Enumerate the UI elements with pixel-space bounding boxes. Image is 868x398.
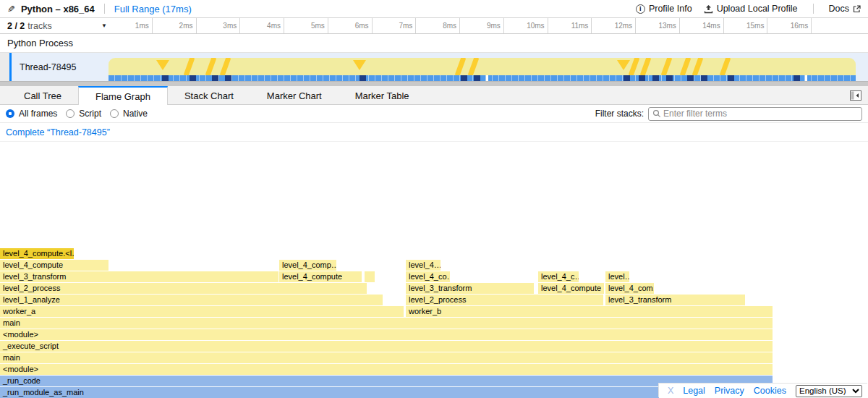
footer-link-x[interactable]: X [668, 386, 673, 396]
flame-block[interactable]: worker_a [0, 306, 404, 317]
full-range-button[interactable]: Full Range (17ms) [114, 4, 192, 14]
profile-title: Python – x86_64 [21, 4, 95, 14]
footer-link-privacy[interactable]: Privacy [715, 386, 744, 396]
sample-segment [687, 75, 694, 81]
flame-row: level_3_transformlevel_4_computelevel_4_… [0, 271, 773, 283]
filter-stacks: Filter stacks: [595, 107, 862, 121]
language-select[interactable]: English (US) [796, 385, 862, 397]
flame-block[interactable]: level_3_transform [605, 295, 746, 305]
tab-marker-table[interactable]: Marker Table [339, 86, 426, 104]
flame-block[interactable]: level_4… [406, 260, 441, 271]
flame-graph-canvas[interactable]: level_4_compute.<l…level_4_computelevel_… [0, 142, 868, 398]
sample-segment [190, 75, 196, 81]
triangle-marker-icon [617, 60, 630, 70]
sample-segment [225, 75, 231, 81]
process-track-label: Python Process [7, 38, 73, 48]
sample-segment [728, 75, 734, 81]
flame-block[interactable]: level… [605, 271, 630, 282]
thread-sample-strip[interactable] [109, 75, 856, 81]
tab-stack-chart[interactable]: Stack Chart [168, 86, 250, 104]
flame-row: _run_module_as_main [0, 387, 773, 398]
panel-tabs: Call TreeFlame GraphStack ChartMarker Ch… [7, 86, 426, 104]
flame-block[interactable]: level_4_c… [538, 271, 579, 282]
flame-block[interactable]: main [0, 318, 773, 329]
sample-segment [359, 75, 366, 81]
flame-row: _execute_script [0, 341, 773, 352]
tab-call-tree[interactable]: Call Tree [7, 86, 78, 104]
tracks-dropdown[interactable]: 2 / 2 tracks ▼ [7, 18, 107, 33]
slash-marker-icon [183, 58, 195, 75]
flame-block[interactable]: level_4_co… [406, 271, 451, 282]
flame-block[interactable]: level_3_transform [0, 271, 279, 282]
thread-track-label[interactable]: Thread-78495 [20, 53, 77, 81]
flame-block[interactable]: level_4_compute.<l… [0, 248, 75, 259]
ruler-tick: 14ms [680, 18, 724, 33]
flame-block[interactable]: level_3_transform [406, 283, 535, 294]
open-sidebar-icon [850, 90, 861, 101]
app-header: ✎ Python – x86_64 Full Range (17ms) i Pr… [0, 0, 868, 18]
flame-block[interactable]: main [0, 352, 773, 363]
breadcrumb[interactable]: Complete “Thread-78495” [6, 127, 110, 137]
docs-button[interactable]: Docs [829, 4, 861, 14]
radio-native[interactable]: Native [110, 109, 148, 119]
ruler-tick: 15ms [724, 18, 768, 33]
tab-flame-graph[interactable]: Flame Graph [78, 86, 168, 105]
flame-block[interactable]: level_4_compute [279, 271, 362, 282]
profiler-app: ✎ Python – x86_64 Full Range (17ms) i Pr… [0, 0, 868, 398]
flame-block[interactable]: level_2_process [0, 283, 367, 294]
track-python-process[interactable]: Python Process [0, 34, 868, 53]
footer-link-legal[interactable]: Legal [683, 386, 705, 396]
sample-segment [474, 75, 480, 81]
flame-block[interactable]: _run_code [0, 376, 773, 386]
flame-block[interactable]: <module> [0, 364, 773, 375]
flame-row: <module> [0, 329, 773, 341]
tab-marker-chart[interactable]: Marker Chart [250, 86, 339, 104]
sample-segment [212, 75, 218, 81]
flame-block[interactable]: level_4_compute [0, 260, 109, 271]
flame-block[interactable]: level_1_analyze [0, 295, 383, 305]
flame-block[interactable]: worker_b [406, 306, 773, 317]
profile-info-button[interactable]: i Profile Info [636, 4, 692, 14]
flame-block[interactable]: level_4_comp… [279, 260, 337, 271]
radio-dot [6, 109, 14, 118]
radio-script[interactable]: Script [66, 109, 101, 119]
timeline-resize-divider[interactable] [0, 81, 868, 86]
thread-activity-graph[interactable] [109, 58, 856, 75]
ruler-tick: 7ms [373, 18, 417, 33]
filter-stacks-input[interactable] [663, 109, 861, 119]
slash-marker-icon [205, 58, 216, 75]
ruler-tick: 10ms [504, 18, 548, 33]
sidebar-toggle-button[interactable] [850, 86, 861, 104]
ruler-tick: 11ms [548, 18, 592, 33]
flame-block[interactable]: level_4_compute [538, 283, 605, 294]
track-thread-78495: Thread-78495 [0, 53, 868, 81]
radio-dot [66, 109, 75, 118]
chevron-down-icon: ▼ [101, 22, 107, 29]
radio-dot [110, 109, 119, 118]
footer-link-cookies[interactable]: Cookies [754, 386, 786, 396]
flame-block[interactable]: <module> [0, 329, 773, 340]
flame-row: main [0, 352, 773, 364]
flame-block[interactable]: level_4_com… [605, 283, 655, 294]
flame-row: level_1_analyzelevel_2_processlevel_3_tr… [0, 295, 773, 306]
header-divider [104, 4, 105, 14]
frame-filter-radios: All framesScriptNative [6, 109, 148, 119]
edit-pencil-icon[interactable]: ✎ [7, 4, 15, 14]
radio-all-frames[interactable]: All frames [6, 109, 57, 119]
header-right: i Profile Info Upload Local Profile Docs [636, 4, 861, 14]
sample-segment [162, 75, 169, 81]
track-selected-bar [9, 53, 12, 81]
flame-block[interactable]: _run_module_as_main [0, 387, 773, 398]
flame-block[interactable] [365, 271, 375, 282]
slash-marker-icon [467, 58, 479, 75]
sample-segment [701, 75, 707, 81]
breadcrumb-row: Complete “Thread-78495” [0, 123, 868, 142]
ruler-tick: 5ms [284, 18, 328, 33]
upload-local-profile-button[interactable]: Upload Local Profile [704, 4, 798, 14]
ruler-tick: 6ms [328, 18, 373, 33]
slash-marker-icon [454, 58, 466, 75]
info-icon: i [636, 4, 645, 14]
slash-marker-icon [679, 58, 691, 75]
flame-block[interactable]: _execute_script [0, 341, 773, 352]
flame-block[interactable]: level_2_process [406, 295, 604, 305]
